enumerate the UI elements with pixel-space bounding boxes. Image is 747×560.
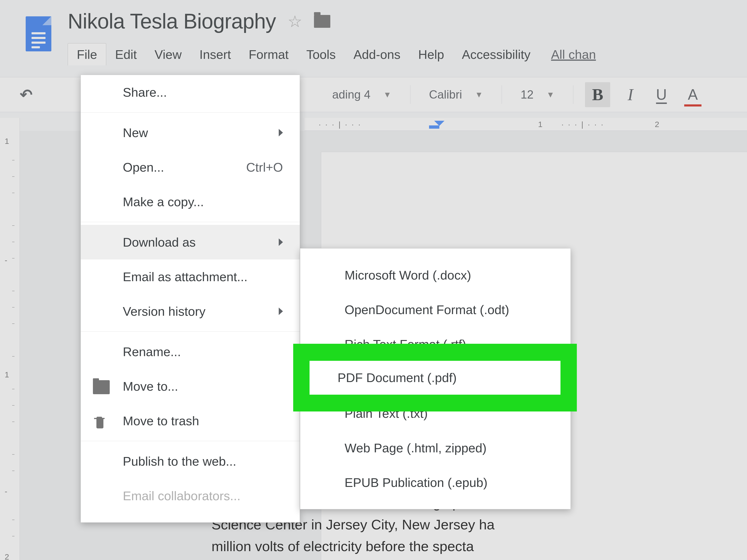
indent-marker-icon[interactable] [434, 121, 444, 129]
submenu-item-docx[interactable]: Microsoft Word (.docx) [300, 258, 570, 292]
menu-edit[interactable]: Edit [106, 44, 146, 66]
underline-button[interactable]: U [650, 86, 672, 103]
menu-tools[interactable]: Tools [298, 44, 344, 66]
menu-item-new[interactable]: New [81, 116, 300, 150]
undo-icon[interactable]: ↶ [20, 86, 32, 103]
horizontal-ruler[interactable]: · · · | · · · 1 · · · | · · · 2 [305, 118, 747, 131]
menu-item-rename[interactable]: Rename... [81, 334, 300, 369]
document-title[interactable]: Nikola Tesla Biography [68, 9, 276, 33]
chevron-right-icon [279, 129, 283, 136]
menu-item-share[interactable]: Share... [81, 75, 300, 109]
trash-icon [93, 414, 110, 428]
menu-item-email-attachment[interactable]: Email as attachment... [81, 259, 300, 294]
font-label: Calibri [429, 88, 462, 101]
vertical-ruler[interactable]: 1 - 1 - 2 [0, 118, 20, 560]
ruler-number: 2 [655, 120, 659, 129]
chevron-right-icon [279, 238, 283, 246]
ruler-number: 1 [5, 136, 9, 146]
divider [501, 85, 502, 104]
chevron-down-icon: ▼ [475, 90, 483, 99]
menu-item-version-history[interactable]: Version history [81, 294, 300, 329]
changes-saved-link[interactable]: All chan [551, 47, 596, 62]
menu-item-move-trash[interactable]: Move to trash [81, 404, 300, 438]
menu-view[interactable]: View [146, 44, 190, 66]
chevron-right-icon [279, 308, 283, 315]
folder-icon [93, 380, 110, 394]
docs-logo[interactable] [26, 16, 51, 51]
paragraph-style-label: ading 4 [332, 88, 370, 101]
divider [573, 85, 573, 104]
submenu-item-epub[interactable]: EPUB Publication (.epub) [300, 465, 570, 500]
menu-addons[interactable]: Add-ons [344, 44, 409, 66]
file-menu-dropdown: Share... New Open... Ctrl+O Make a copy.… [80, 75, 300, 523]
highlight-annotation: PDF Document (.pdf) [293, 344, 577, 411]
chevron-down-icon: ▼ [546, 90, 555, 99]
fontsize-dropdown[interactable]: 12 ▼ [514, 88, 561, 101]
text-color-button[interactable]: A [684, 86, 702, 103]
bold-button[interactable]: B [585, 82, 610, 107]
chevron-down-icon: ▼ [383, 90, 391, 99]
folder-icon[interactable] [314, 15, 330, 28]
paragraph-style-dropdown[interactable]: ading 4 ▼ [325, 88, 398, 101]
ruler-tick: · · · | · · · [319, 120, 360, 129]
submenu-item-odt[interactable]: OpenDocument Format (.odt) [300, 292, 570, 327]
submenu-item-html[interactable]: Web Page (.html, zipped) [300, 431, 570, 465]
ruler-tick: · · · | · · · [561, 120, 603, 129]
font-dropdown[interactable]: Calibri ▼ [422, 88, 490, 101]
submenu-item-pdf-highlighted[interactable]: PDF Document (.pdf) [310, 361, 561, 394]
star-icon[interactable]: ☆ [288, 12, 302, 31]
menu-file[interactable]: File [68, 43, 106, 66]
menu-help[interactable]: Help [409, 44, 453, 66]
menu-item-email-collaborators: Email collaborators... [81, 479, 300, 513]
shortcut-label: Ctrl+O [246, 160, 283, 174]
ruler-number: 1 [538, 120, 542, 129]
italic-button[interactable]: I [622, 85, 639, 104]
fontsize-label: 12 [520, 88, 534, 101]
menu-insert[interactable]: Insert [190, 44, 240, 66]
menubar: File Edit View Insert Format Tools Add-o… [68, 43, 747, 66]
menu-format[interactable]: Format [240, 44, 298, 66]
menu-item-download-as[interactable]: Download as [81, 225, 300, 259]
menu-item-publish-web[interactable]: Publish to the web... [81, 444, 300, 479]
menu-item-make-copy[interactable]: Make a copy... [81, 184, 300, 219]
menu-accessibility[interactable]: Accessibility [453, 44, 539, 66]
menu-item-open[interactable]: Open... Ctrl+O [81, 150, 300, 184]
menu-item-move-to[interactable]: Move to... [81, 369, 300, 404]
